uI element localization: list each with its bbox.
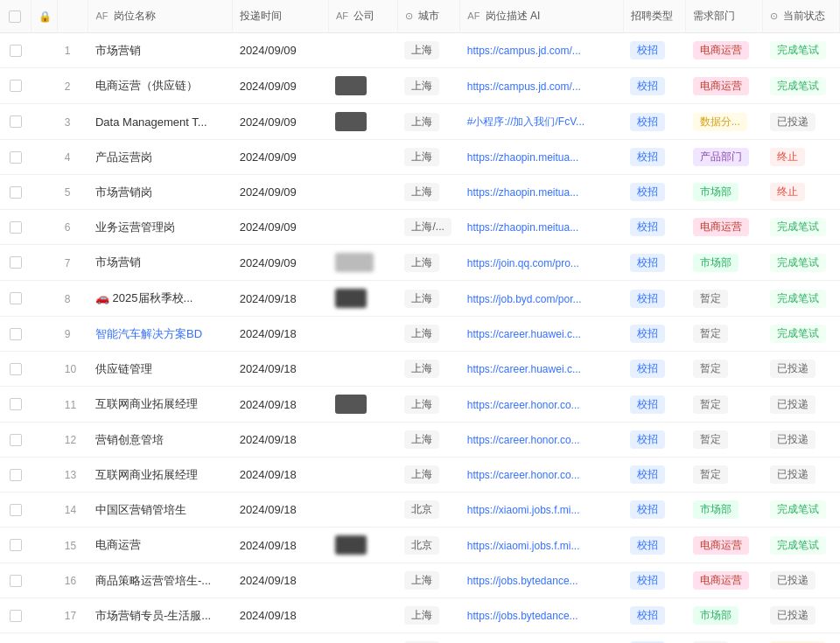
table-row[interactable]: 7 市场营销 2024/09/09 上海 https://join.qq.com… xyxy=(0,245,840,281)
row-checkbox-cell[interactable] xyxy=(0,633,31,644)
desc-link[interactable]: https://xiaomi.jobs.f.mi... xyxy=(467,504,580,516)
desc-link[interactable]: https://join.qq.com/pro... xyxy=(467,257,579,269)
row-checkbox-cell[interactable] xyxy=(0,387,31,423)
row-checkbox[interactable] xyxy=(10,256,22,269)
row-checkbox[interactable] xyxy=(10,80,22,92)
row-checkbox-cell[interactable] xyxy=(0,598,31,633)
table-row[interactable]: 18 品牌管培 2024/09/19 上海 https://q.yingjies… xyxy=(0,633,840,644)
desc-link[interactable]: https://career.huawei.c... xyxy=(467,363,581,375)
table-row[interactable]: 11 互联网商业拓展经理 2024/09/18 上海 https://caree… xyxy=(0,387,840,423)
row-desc[interactable]: https://career.honor.co... xyxy=(460,458,624,493)
row-job-name-cell[interactable]: 互联网商业拓展经理 xyxy=(88,387,233,423)
row-checkbox[interactable] xyxy=(10,151,22,164)
row-job-name-cell[interactable]: 市场营销专员-生活服... xyxy=(88,598,233,633)
desc-link[interactable]: https://jobs.bytedance... xyxy=(467,575,578,587)
row-checkbox[interactable] xyxy=(10,539,22,551)
table-row[interactable]: 10 供应链管理 2024/09/18 上海 https://career.hu… xyxy=(0,352,840,387)
table-row[interactable]: 2 电商运营（供应链） 2024/09/09 上海 https://campus… xyxy=(0,68,840,104)
desc-link[interactable]: https://zhaopin.meitua... xyxy=(467,186,578,199)
row-desc[interactable]: https://career.honor.co... xyxy=(460,423,624,458)
row-checkbox-cell[interactable] xyxy=(0,104,31,140)
row-desc[interactable]: https://zhaopin.meitua... xyxy=(460,175,624,210)
row-job-name-cell[interactable]: 智能汽车解决方案BD xyxy=(88,317,233,352)
table-row[interactable]: 6 业务运营管理岗 2024/09/09 上海/... https://zhao… xyxy=(0,210,840,245)
row-checkbox-cell[interactable] xyxy=(0,493,31,528)
row-desc[interactable]: https://zhaopin.meitua... xyxy=(460,140,624,175)
desc-link[interactable]: https://career.honor.co... xyxy=(467,434,580,446)
table-row[interactable]: 5 市场营销岗 2024/09/09 上海 https://zhaopin.me… xyxy=(0,175,840,210)
header-desc[interactable]: AF 岗位描述 AI xyxy=(460,0,624,33)
row-checkbox[interactable] xyxy=(10,186,22,199)
header-status[interactable]: ⊙ 当前状态 xyxy=(763,0,840,33)
row-job-name-cell[interactable]: 市场营销 xyxy=(88,33,233,68)
desc-link[interactable]: https://jobs.bytedance... xyxy=(467,610,578,622)
row-desc[interactable]: https://zhaopin.meitua... xyxy=(460,210,624,245)
row-checkbox[interactable] xyxy=(10,504,22,516)
desc-link[interactable]: https://career.honor.co... xyxy=(467,469,580,481)
row-desc[interactable]: https://campus.jd.com/... xyxy=(460,68,624,104)
row-checkbox-cell[interactable] xyxy=(0,245,31,281)
row-job-name-cell[interactable]: 互联网商业拓展经理 xyxy=(88,458,233,493)
row-checkbox[interactable] xyxy=(10,434,22,446)
row-checkbox-cell[interactable] xyxy=(0,33,31,68)
row-desc[interactable]: https://jobs.bytedance... xyxy=(460,563,624,598)
row-desc[interactable]: https://jobs.bytedance... xyxy=(460,598,624,633)
header-type[interactable]: 招聘类型 xyxy=(623,0,685,33)
row-checkbox[interactable] xyxy=(10,469,22,481)
table-row[interactable]: 17 市场营销专员-生活服... 2024/09/18 上海 https://j… xyxy=(0,598,840,633)
row-checkbox-cell[interactable] xyxy=(0,458,31,493)
table-row[interactable]: 4 产品运营岗 2024/09/09 上海 https://zhaopin.me… xyxy=(0,140,840,175)
desc-link[interactable]: https://campus.jd.com/... xyxy=(467,45,581,57)
table-row[interactable]: 13 互联网商业拓展经理 2024/09/18 上海 https://caree… xyxy=(0,458,840,493)
row-checkbox[interactable] xyxy=(10,363,22,375)
header-dept[interactable]: 需求部门 xyxy=(686,0,763,33)
row-checkbox[interactable] xyxy=(10,328,22,340)
table-row[interactable]: 1 市场营销 2024/09/09 上海 https://campus.jd.c… xyxy=(0,33,840,68)
row-checkbox[interactable] xyxy=(10,398,22,410)
header-company[interactable]: AF 公司 xyxy=(328,0,397,33)
row-checkbox-cell[interactable] xyxy=(0,175,31,210)
select-all-checkbox[interactable] xyxy=(9,10,21,23)
row-job-name-cell[interactable]: 供应链管理 xyxy=(88,352,233,387)
row-desc[interactable]: https://xiaomi.jobs.f.mi... xyxy=(460,528,624,563)
desc-link[interactable]: https://xiaomi.jobs.f.mi... xyxy=(467,540,580,552)
table-row[interactable]: 16 商品策略运营管培生-... 2024/09/18 上海 https://j… xyxy=(0,563,840,598)
row-desc[interactable]: https://career.huawei.c... xyxy=(460,317,624,352)
row-desc[interactable]: #小程序://加入我们/FcV... xyxy=(460,104,624,140)
row-job-name-cell[interactable]: 市场营销 xyxy=(88,245,233,281)
table-row[interactable]: 15 电商运营 2024/09/18 北京 https://xiaomi.job… xyxy=(0,528,840,563)
row-checkbox-cell[interactable] xyxy=(0,423,31,458)
row-checkbox[interactable] xyxy=(10,45,22,57)
table-row[interactable]: 9 智能汽车解决方案BD 2024/09/18 上海 https://caree… xyxy=(0,317,840,352)
row-checkbox[interactable] xyxy=(10,292,22,304)
row-desc[interactable]: https://campus.jd.com/... xyxy=(460,33,624,68)
row-job-name-cell[interactable]: 电商运营 xyxy=(88,528,233,563)
job-name-link[interactable]: 智能汽车解决方案BD xyxy=(95,327,202,340)
row-checkbox-cell[interactable] xyxy=(0,68,31,104)
table-row[interactable]: 12 营销创意管培 2024/09/18 上海 https://career.h… xyxy=(0,423,840,458)
header-checkbox[interactable] xyxy=(0,0,31,33)
row-desc[interactable]: https://q.yingjiesheng.c... xyxy=(460,633,624,644)
row-job-name-cell[interactable]: 营销创意管培 xyxy=(88,423,233,458)
row-desc[interactable]: https://career.honor.co... xyxy=(460,387,624,423)
row-job-name-cell[interactable]: 产品运营岗 xyxy=(88,140,233,175)
header-job-name[interactable]: AF 岗位名称 xyxy=(88,0,233,33)
row-checkbox-cell[interactable] xyxy=(0,140,31,175)
row-checkbox[interactable] xyxy=(10,115,22,128)
header-date[interactable]: 投递时间 xyxy=(233,0,329,33)
row-job-name-cell[interactable]: Data Management T... xyxy=(88,104,233,140)
row-desc[interactable]: https://job.byd.com/por... xyxy=(460,281,624,317)
table-row[interactable]: 14 中国区营销管培生 2024/09/18 北京 https://xiaomi… xyxy=(0,493,840,528)
row-checkbox[interactable] xyxy=(10,221,22,234)
row-job-name-cell[interactable]: 电商运营（供应链） xyxy=(88,68,233,104)
row-checkbox-cell[interactable] xyxy=(0,210,31,245)
desc-link[interactable]: #小程序://加入我们/FcV... xyxy=(467,115,584,128)
row-job-name-cell[interactable]: 市场营销岗 xyxy=(88,175,233,210)
row-job-name-cell[interactable]: 商品策略运营管培生-... xyxy=(88,563,233,598)
desc-link[interactable]: https://campus.jd.com/... xyxy=(467,80,581,93)
desc-link[interactable]: https://career.huawei.c... xyxy=(467,328,581,340)
header-city[interactable]: ⊙ 城市 xyxy=(397,0,459,33)
table-row[interactable]: 3 Data Management T... 2024/09/09 上海 #小程… xyxy=(0,104,840,140)
row-desc[interactable]: https://career.huawei.c... xyxy=(460,352,624,387)
desc-link[interactable]: https://zhaopin.meitua... xyxy=(467,151,578,164)
